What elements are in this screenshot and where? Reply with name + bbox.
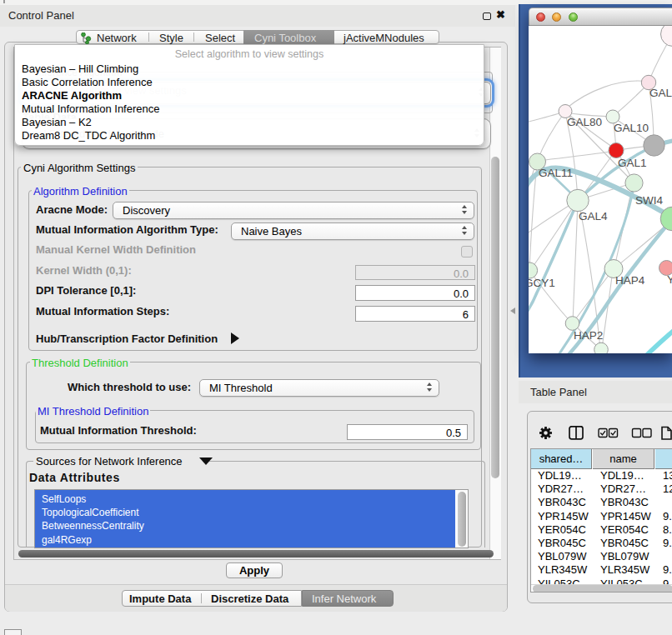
svg-text:GAL10: GAL10 bbox=[614, 122, 649, 134]
svg-text:GAL11: GAL11 bbox=[539, 167, 573, 179]
svg-text:GAL4: GAL4 bbox=[579, 210, 608, 222]
svg-text:HAP4: HAP4 bbox=[615, 274, 645, 287]
svg-text:GAL1: GAL1 bbox=[618, 157, 647, 169]
svg-text:HAP2: HAP2 bbox=[574, 329, 603, 342]
svg-text:GAL7: GAL7 bbox=[649, 87, 672, 99]
svg-text:SWI4: SWI4 bbox=[635, 194, 663, 207]
svg-text:GAL80: GAL80 bbox=[567, 116, 602, 128]
svg-text:GCY1: GCY1 bbox=[529, 277, 555, 289]
svg-text:Y: Y bbox=[667, 273, 672, 286]
